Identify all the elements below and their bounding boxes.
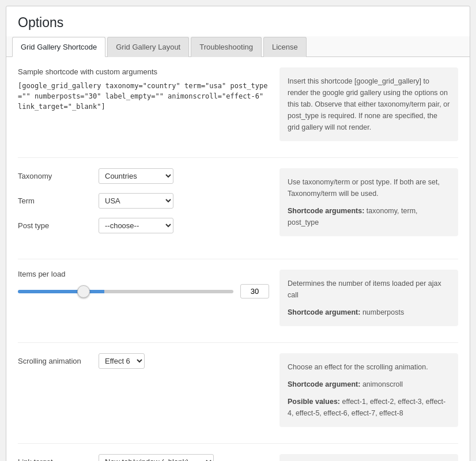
items-label: Items per load: [18, 270, 269, 278]
items-fields: Items per load: [18, 270, 269, 326]
items-arg-value: numberposts: [362, 308, 404, 316]
items-info-area: Determines the number of items loaded pe…: [279, 270, 458, 326]
link-target-row: Link target New tab/window (_blank) Same…: [18, 454, 269, 461]
scrolling-section: Scrolling animation Effect 1 Effect 2 Ef…: [18, 353, 458, 427]
options-panel: Options Grid Gallery Shortcode Grid Gall…: [6, 6, 470, 461]
shortcode-info-box: Insert this shortcode [google_grid_galle…: [279, 67, 458, 141]
tab-troubleshooting[interactable]: Troubleshooting: [191, 37, 262, 57]
taxonomy-fields: Taxonomy Countries Tags Categories Term …: [18, 168, 269, 243]
divider-1: [18, 157, 458, 158]
scrolling-fields: Scrolling animation Effect 1 Effect 2 Ef…: [18, 353, 269, 427]
tab-grid-gallery-shortcode[interactable]: Grid Gallery Shortcode: [12, 37, 105, 57]
items-section: Items per load Determines the number of …: [18, 270, 458, 326]
term-label: Term: [18, 197, 99, 205]
slider-row: [18, 284, 269, 298]
items-shortcode-arg: Shortcode argument: numberposts: [288, 307, 450, 318]
scrolling-info-area: Choose an effect for the scrolling anima…: [279, 353, 458, 427]
scrolling-arg-value: animonscroll: [362, 380, 403, 388]
taxonomy-info-main: Use taxonomy/term or post type. If both …: [288, 176, 450, 199]
tab-grid-gallery-layout[interactable]: Grid Gallery Layout: [107, 37, 189, 57]
items-value-input[interactable]: [240, 284, 269, 298]
sample-shortcode-label: Sample shortcode with custom arguments: [18, 67, 269, 76]
divider-2: [18, 259, 458, 259]
scrolling-info-box: Choose an effect for the scrolling anima…: [279, 353, 458, 427]
divider-3: [18, 342, 458, 343]
items-info-box: Determines the number of items loaded pe…: [279, 270, 458, 326]
taxonomy-info-box: Use taxonomy/term or post type. If both …: [279, 168, 458, 236]
link-target-fields: Link target New tab/window (_blank) Same…: [18, 454, 269, 461]
tab-license[interactable]: License: [263, 37, 307, 57]
term-row: Term USA UK Canada Australia: [18, 193, 269, 209]
divider-4: [18, 443, 458, 444]
link-target-label: Link target: [18, 458, 99, 461]
page-title: Options: [6, 6, 470, 36]
term-select[interactable]: USA UK Canada Australia: [99, 193, 173, 209]
taxonomy-select[interactable]: Countries Tags Categories: [99, 168, 173, 184]
taxonomy-row: Taxonomy Countries Tags Categories: [18, 168, 269, 184]
scrolling-select[interactable]: Effect 1 Effect 2 Effect 3 Effect 4 Effe…: [99, 353, 145, 369]
link-target-select[interactable]: New tab/window (_blank) Same window (_se…: [99, 454, 214, 461]
taxonomy-shortcode-args: Shortcode arguments: taxonomy, term, pos…: [288, 205, 450, 228]
sample-shortcode-area: Sample shortcode with custom arguments […: [18, 67, 269, 112]
posttype-label: Post type: [18, 221, 99, 230]
items-info-main: Determines the number of items loaded pe…: [288, 278, 450, 301]
shortcode-fields: Sample shortcode with custom arguments […: [18, 67, 269, 141]
items-slider[interactable]: [18, 290, 233, 293]
taxonomy-info-area: Use taxonomy/term or post type. If both …: [279, 168, 458, 243]
main-content: Sample shortcode with custom arguments […: [6, 57, 470, 461]
shortcode-info-area: Insert this shortcode [google_grid_galle…: [279, 67, 458, 141]
shortcode-section: Sample shortcode with custom arguments […: [18, 67, 458, 141]
link-target-info-area: Choose how the link will open, same wind…: [279, 454, 458, 461]
scrolling-info-main: Choose an effect for the scrolling anima…: [288, 361, 450, 373]
shortcode-code: [google_grid_gallery taxonomy="country" …: [18, 81, 269, 112]
link-target-section: Link target New tab/window (_blank) Same…: [18, 454, 458, 461]
scrolling-possible-label: Posible values:: [288, 398, 340, 406]
posttype-select[interactable]: --choose-- post page: [99, 218, 173, 233]
scrolling-label: Scrolling animation: [18, 357, 99, 365]
scrolling-shortcode-arg: Shortcode argument: animonscroll: [288, 379, 450, 390]
tab-bar: Grid Gallery Shortcode Grid Gallery Layo…: [6, 36, 470, 57]
shortcode-info-text: Insert this shortcode [google_grid_galle…: [288, 77, 449, 131]
taxonomy-args-label: Shortcode arguments:: [288, 207, 364, 215]
taxonomy-section: Taxonomy Countries Tags Categories Term …: [18, 168, 458, 243]
taxonomy-label: Taxonomy: [18, 172, 99, 180]
scrolling-row: Scrolling animation Effect 1 Effect 2 Ef…: [18, 353, 269, 369]
posttype-row: Post type --choose-- post page: [18, 218, 269, 233]
items-arg-label: Shortcode argument:: [288, 308, 360, 316]
scrolling-arg-label: Shortcode argument:: [288, 380, 360, 388]
link-target-info-box: Choose how the link will open, same wind…: [279, 454, 458, 461]
scrolling-possible-values: Posible values: effect-1, effect-2, effe…: [288, 396, 450, 419]
